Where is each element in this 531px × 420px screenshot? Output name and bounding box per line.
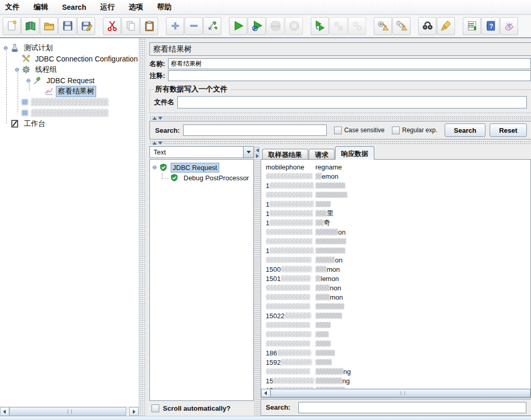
clear-broom-button[interactable] <box>374 17 392 35</box>
case-sensitive-option[interactable]: Case sensitive <box>334 127 385 134</box>
tree-row-redacted[interactable] <box>0 97 139 107</box>
tree-item-label[interactable]: JDBC Request <box>45 76 96 85</box>
tree-item-label[interactable]: 测试计划 <box>22 43 54 53</box>
regname-redacted-block <box>315 229 338 235</box>
reset-button[interactable]: Reset <box>490 123 526 137</box>
remove-minus-button[interactable] <box>185 17 203 35</box>
regname-redacted-block <box>315 285 330 291</box>
splitter-collapse-down-icon[interactable] <box>158 142 162 145</box>
new-file-icon <box>6 20 18 32</box>
horizontal-splitter[interactable] <box>149 116 531 120</box>
help-book-button[interactable]: ? <box>481 17 499 35</box>
scroll-left-icon[interactable] <box>261 389 270 397</box>
tree-item-label[interactable]: 工作台 <box>22 119 47 129</box>
menu-item-4[interactable]: 选项 <box>129 3 143 12</box>
remote-start-all-button[interactable] <box>311 17 329 35</box>
regular-exp-option[interactable]: Regular exp. <box>392 127 437 134</box>
regname-visible-text: mon <box>330 293 343 301</box>
tree-row[interactable]: 工作台 <box>0 118 139 129</box>
start-play-button[interactable] <box>229 17 247 35</box>
splitter-collapse-left-icon[interactable] <box>256 148 259 152</box>
regname-redacted-block <box>315 303 344 309</box>
add-plus-button[interactable] <box>166 17 184 35</box>
tree-expand-knob[interactable] <box>14 67 22 72</box>
scroll-automatically-option[interactable]: Scroll automatically? <box>149 401 254 416</box>
tree-row[interactable]: JDBC Request <box>0 75 139 86</box>
comment-input[interactable] <box>168 70 531 81</box>
search-reset-broom-button[interactable] <box>437 17 455 35</box>
tab-request[interactable]: 请求 <box>309 149 335 160</box>
scroll-right-icon[interactable] <box>129 407 139 416</box>
main-vertical-splitter[interactable] <box>139 38 146 416</box>
new-file-button[interactable] <box>3 17 21 35</box>
tab-response-data[interactable]: 响应数据 <box>335 146 374 160</box>
splitter-collapse-right-icon[interactable] <box>256 154 259 158</box>
copy-pages-button[interactable] <box>122 17 140 35</box>
tree-row[interactable]: JDBC Request <box>152 162 251 173</box>
tab-sampler-result[interactable]: 取样器结果 <box>262 149 308 160</box>
save-as-floppy-pencil-button[interactable] <box>77 17 95 35</box>
tree-expand-knob[interactable] <box>152 165 159 170</box>
regular-exp-checkbox[interactable] <box>392 127 400 134</box>
search-input[interactable] <box>183 125 327 136</box>
droppers-arrows-button[interactable] <box>203 17 221 35</box>
splitter-collapse-up-icon[interactable] <box>153 142 157 145</box>
tree-row[interactable]: 线程组 <box>0 64 139 75</box>
tree-horizontal-scrollbar[interactable] <box>0 407 139 416</box>
response-search-input[interactable] <box>298 402 526 413</box>
phone-redacted-block <box>266 303 310 309</box>
menu-item-5[interactable]: 帮助 <box>157 3 172 12</box>
tree-item-label[interactable]: 线程组 <box>34 65 58 75</box>
view-mode-combobox[interactable]: Text <box>149 146 254 158</box>
name-row: 名称: <box>149 58 531 69</box>
menu-item-3[interactable]: 运行 <box>100 3 115 12</box>
regname-cell <box>315 192 347 198</box>
filename-input[interactable] <box>177 96 527 108</box>
splitter-collapse-down-icon[interactable] <box>158 117 162 120</box>
scrollbar-thumb[interactable] <box>270 389 530 397</box>
bug-button[interactable] <box>500 17 518 35</box>
tree-row[interactable]: 察看结果树 <box>0 86 139 97</box>
function-helper-list-button[interactable] <box>463 17 481 35</box>
response-row: ng <box>266 367 530 376</box>
tree-item-label[interactable]: JDBC Connection Configuration <box>34 54 139 64</box>
tree-item-label[interactable]: Debug PostProcessor <box>182 174 250 182</box>
workbench-notepad-icon <box>10 119 20 128</box>
scroll-left-icon[interactable] <box>0 407 9 416</box>
cut-scissors-button[interactable] <box>103 17 121 35</box>
case-sensitive-checkbox[interactable] <box>334 127 342 134</box>
response-horizontal-scrollbar[interactable] <box>261 388 530 397</box>
menu-item-0[interactable]: 文件 <box>5 3 20 12</box>
tree-expand-knob[interactable] <box>26 78 33 83</box>
tree-row[interactable]: JDBC Connection Configuration <box>0 53 139 64</box>
splitter-collapse-up-icon[interactable] <box>153 117 157 120</box>
tree-row[interactable]: Debug PostProcessor <box>152 173 251 183</box>
search-button[interactable]: Search <box>445 123 486 137</box>
tree-row-redacted[interactable] <box>0 107 139 118</box>
phone-redacted-block <box>269 247 314 254</box>
search-binoculars-button[interactable] <box>418 17 436 35</box>
tree-row[interactable]: 测试计划 <box>0 42 139 53</box>
chevron-down-icon[interactable] <box>243 147 253 158</box>
name-input[interactable] <box>168 58 531 69</box>
tree-item-label[interactable]: JDBC Request <box>171 163 219 172</box>
tree-item-label[interactable]: 察看结果树 <box>56 86 96 97</box>
scrollbar-thumb[interactable] <box>9 407 126 416</box>
open-folder-button[interactable] <box>40 17 58 35</box>
menu-item-1[interactable]: 编辑 <box>34 3 48 12</box>
start-no-pauses-button[interactable] <box>248 17 266 35</box>
horizontal-splitter[interactable] <box>149 141 531 145</box>
regname-cell <box>315 313 342 319</box>
tree-expand-knob[interactable] <box>3 45 10 51</box>
mobilephone-cell <box>266 303 315 309</box>
phone-redacted-block <box>266 322 310 328</box>
response-data-view: mobilephone regname emon111里1奇on1on1500m… <box>261 159 531 398</box>
results-vertical-splitter[interactable] <box>254 146 261 416</box>
paste-clipboard-button[interactable] <box>140 17 158 35</box>
scroll-automatically-checkbox[interactable] <box>151 405 159 412</box>
templates-book-button[interactable] <box>21 17 39 35</box>
clear-all-broom-button[interactable] <box>392 17 411 35</box>
mobilephone-cell <box>266 340 315 347</box>
save-floppy-button[interactable] <box>58 17 77 35</box>
menu-item-2[interactable]: Search <box>62 3 86 11</box>
